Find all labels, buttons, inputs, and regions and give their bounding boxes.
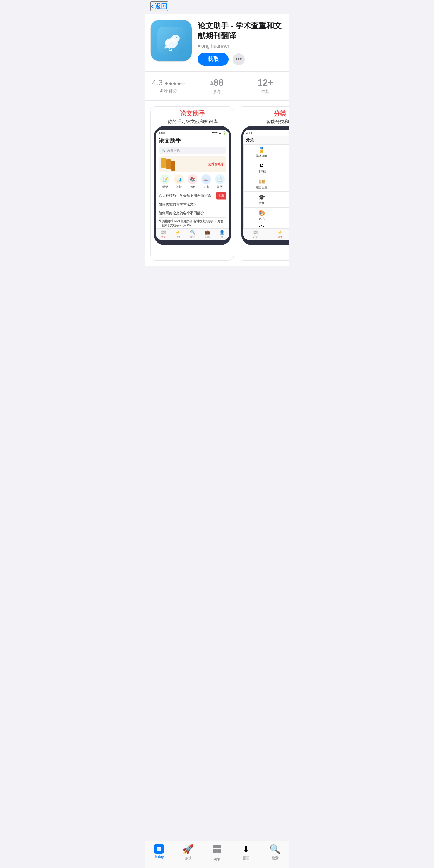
icon-journal: 📚 期刊 [188, 174, 197, 189]
get-button[interactable]: 获取 [198, 53, 229, 66]
icon-defense: 📊 答辩 [174, 174, 184, 189]
ss1-signal: ●●● ▲ 🔋 [212, 131, 226, 135]
rank-hash: # [210, 81, 214, 87]
ss1-time: 3:58 [159, 131, 165, 135]
rank-value: #88 [210, 77, 224, 88]
app-header: 论文助手 - 学术查重和文献期刊翻译 xiong huanwei 获取 ••• [145, 14, 289, 71]
notes-label: 笔记 [162, 185, 168, 189]
phone-tab-cat-label: 分类 [175, 235, 180, 239]
ss2-subtitle: 智能分类和… [242, 118, 289, 125]
back-label: 返回 [155, 2, 167, 10]
education-label: 教育 [259, 201, 265, 205]
art-icon: 🎨 [258, 210, 265, 216]
phone-tab-paper-label: 论文 [161, 235, 166, 239]
ss2-tab-paper: 📰 论文 [243, 229, 268, 240]
ss2-title: 分类 [242, 109, 289, 118]
app-developer: xiong huanwei [198, 43, 284, 49]
academic-icon: 🏅 [258, 147, 265, 153]
cat-finance: 💴 证券金融 [244, 176, 280, 191]
collect-btn: 收藏 [216, 192, 226, 200]
defense-label: 答辩 [176, 185, 182, 189]
phone-tab-me-label: 我 [221, 235, 223, 239]
ss2-tab-cat-icon: ⚡ [277, 230, 283, 235]
computer-label: 计算机 [258, 169, 266, 173]
ss2-tab-category: ⚡ 分类 [268, 229, 289, 240]
finance-label: 证券金融 [256, 186, 267, 189]
ss1-icons-row: 📝 笔记 📊 答辩 📚 期刊 [159, 174, 226, 189]
phone-tab-career-icon: 💼 [205, 230, 210, 235]
icon-resume: 📄 简历 [215, 174, 225, 189]
ss1-subtitle: 你的千万级文献和知识库 [155, 118, 230, 125]
app-icon [150, 20, 192, 62]
books-icon-circle: 📖 [201, 174, 211, 184]
list-item-3: 如何写好论文的各个不同部分 [159, 209, 226, 218]
books-label: 好书 [203, 185, 209, 189]
book-stack [161, 158, 175, 171]
rating-label: 43个评分 [160, 88, 177, 94]
ss2-phone-tab-bar: 📰 论文 ⚡ 分类 🔍 发现 [243, 228, 289, 240]
icon-notes: 📝 笔记 [160, 174, 170, 189]
phone-tab-disc-label: 发现 [190, 235, 195, 239]
ss2-tab-paper-icon: 📰 [253, 230, 258, 235]
cat-art: 🎨 艺术 [244, 208, 280, 223]
phone-tab-career: 💼 职场 [200, 229, 215, 240]
education-icon: 🎓 [258, 194, 265, 201]
age-label: 年龄 [261, 89, 269, 95]
cat-law: ⚖️ 法律 [280, 192, 290, 207]
ss2-header-bar: 分类 [243, 136, 289, 144]
book1 [161, 158, 166, 168]
rank-label: 参考 [213, 89, 221, 95]
ss1-status-bar: 3:58 ●●● ▲ 🔋 [156, 130, 229, 136]
cat-management: ⊞ 管理学 [280, 176, 290, 191]
phone-tab-paper: 📰 论文 [156, 229, 171, 240]
stats-row: 4.3 ★★★★☆ 43个评分 #88 参考 12+ 年龄 [145, 71, 289, 101]
more-button[interactable]: ••• [233, 53, 245, 65]
ss1-phone-screen: 3:58 ●●● ▲ 🔋 论文助手 🔍 免费下载 [156, 130, 229, 240]
notes-icon-circle: 📝 [160, 174, 170, 184]
stars-display: ★★★★☆ [164, 81, 185, 86]
ss2-tab-paper-label: 论文 [253, 235, 258, 239]
list-item-1-text: 八大神技巧，学会后不用再怕写论 [159, 194, 211, 197]
nav-bar: ‹ 返回 [145, 0, 289, 14]
search-icon-small: 🔍 [161, 149, 166, 152]
back-button[interactable]: ‹ 返回 [150, 1, 168, 11]
book3 [171, 161, 175, 171]
phone-tab-discover: 🔍 发现 [185, 229, 200, 240]
rank-stat: #88 参考 [193, 76, 241, 96]
phone-tab-category: ⚡ 分类 [171, 229, 185, 240]
art-label: 艺术 [259, 217, 265, 221]
cat-medical: 💊 医药 [280, 145, 290, 160]
resume-icon-circle: 📄 [215, 174, 225, 184]
screenshot-2: 分类 智能分类和… 2:48 ▲ 🔋 分类 🏅 [238, 106, 289, 261]
resume-label: 简历 [217, 185, 223, 189]
ss1-search-text: 免费下载 [167, 148, 180, 153]
phone-tab-cat-icon: ⚡ [175, 230, 181, 235]
ss1-title: 论文助手 [155, 109, 230, 118]
screenshots-scroll[interactable]: 论文助手 你的千万级文献和知识库 3:58 ●●● ▲ 🔋 论文助手 [145, 106, 289, 261]
book2 [166, 159, 171, 169]
ss1-phone-frame: 3:58 ●●● ▲ 🔋 论文助手 🔍 免费下载 [154, 126, 231, 245]
phone-tab-paper-icon: 📰 [161, 230, 166, 235]
ss1-banner: 营养资料库 [159, 156, 226, 172]
defense-icon-circle: 📊 [174, 174, 184, 184]
ss2-phone-frame: 2:48 ▲ 🔋 分类 🏅 学术期刊 💊 [241, 126, 289, 245]
ss1-content: 论文助手 🔍 免费下载 [156, 136, 229, 231]
ss2-phone-screen: 2:48 ▲ 🔋 分类 🏅 学术期刊 💊 [243, 130, 289, 240]
phone-tab-me: 👤 我 [215, 229, 229, 240]
list-item-2: 如何优雅的写学术论文？ [159, 200, 226, 209]
finance-icon: 💴 [258, 178, 265, 185]
svg-point-2 [171, 35, 180, 42]
cat-education: 🎓 教育 [244, 192, 280, 207]
age-stat: 12+ 年龄 [241, 76, 289, 96]
journal-icon-circle: 📚 [188, 174, 197, 184]
journal-label: 期刊 [190, 185, 195, 189]
app-actions: 获取 ••• [198, 53, 284, 66]
ss2-time: 2:48 [246, 131, 252, 135]
phone-tab-career-label: 职场 [205, 235, 210, 239]
screenshots-section: 论文助手 你的千万级文献和知识库 3:58 ●●● ▲ 🔋 论文助手 [145, 101, 289, 266]
ellipsis-icon: ••• [236, 56, 242, 63]
ss2-header: 分类 智能分类和… [238, 107, 289, 126]
svg-point-3 [176, 37, 178, 38]
category-grid: 🏅 学术期刊 💊 医药 🖥 计算机 [243, 144, 289, 239]
ss1-search: 🔍 免费下载 [159, 147, 226, 154]
